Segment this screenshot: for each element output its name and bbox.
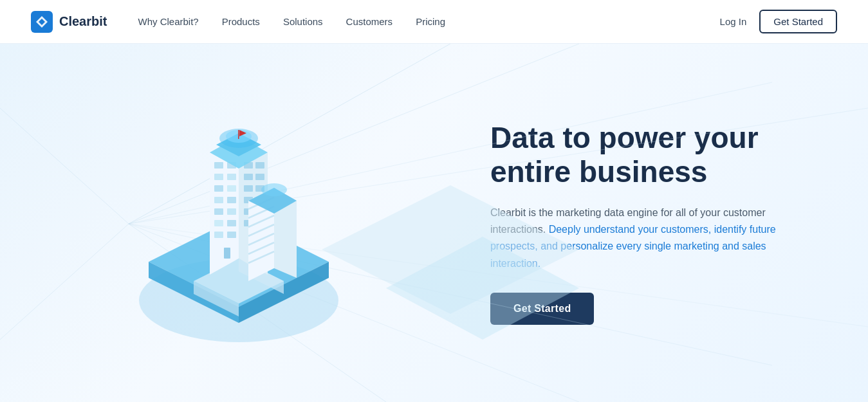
svg-point-64 xyxy=(261,183,287,196)
hero-illustration xyxy=(0,44,477,402)
header: Clearbit Why Clearbit? Products Solution… xyxy=(0,0,868,44)
logo-link[interactable]: Clearbit xyxy=(31,11,107,33)
nav-why-clearbit[interactable]: Why Clearbit? xyxy=(138,16,198,27)
svg-rect-67 xyxy=(224,248,230,259)
nav-solutions[interactable]: Solutions xyxy=(283,16,323,27)
svg-rect-30 xyxy=(227,197,236,203)
brand-name: Clearbit xyxy=(59,14,107,29)
svg-rect-33 xyxy=(214,220,223,226)
svg-rect-26 xyxy=(227,174,236,180)
svg-rect-23 xyxy=(214,162,223,169)
svg-rect-35 xyxy=(214,232,223,238)
svg-rect-41 xyxy=(244,185,253,192)
nav-right-actions: Log In Get Started xyxy=(720,10,837,33)
svg-rect-25 xyxy=(214,174,223,180)
svg-rect-27 xyxy=(214,185,223,192)
nav-pricing[interactable]: Pricing xyxy=(416,16,445,27)
svg-rect-34 xyxy=(227,220,236,226)
svg-rect-39 xyxy=(244,174,253,180)
main-nav: Why Clearbit? Products Solutions Custome… xyxy=(138,16,719,27)
nav-customers[interactable]: Customers xyxy=(346,16,393,27)
clearbit-logo-icon xyxy=(31,11,53,33)
hero-get-started-button[interactable]: Get Started xyxy=(490,293,595,325)
isometric-buildings-svg xyxy=(84,69,393,378)
hero-section: Data to power your entire business Clear… xyxy=(0,44,868,402)
svg-rect-29 xyxy=(214,197,223,203)
svg-rect-31 xyxy=(214,208,223,215)
svg-rect-36 xyxy=(227,232,236,238)
svg-rect-65 xyxy=(238,130,239,139)
hero-description: Clearbit is the marketing data engine fo… xyxy=(490,205,806,273)
hero-content: Data to power your entire business Clear… xyxy=(477,121,868,325)
nav-products[interactable]: Products xyxy=(222,16,260,27)
get-started-nav-button[interactable]: Get Started xyxy=(759,10,837,33)
svg-rect-40 xyxy=(255,174,264,180)
svg-rect-32 xyxy=(227,208,236,215)
svg-rect-28 xyxy=(227,185,236,192)
svg-rect-38 xyxy=(255,162,264,169)
login-button[interactable]: Log In xyxy=(720,16,747,27)
hero-title: Data to power your entire business xyxy=(490,121,829,189)
